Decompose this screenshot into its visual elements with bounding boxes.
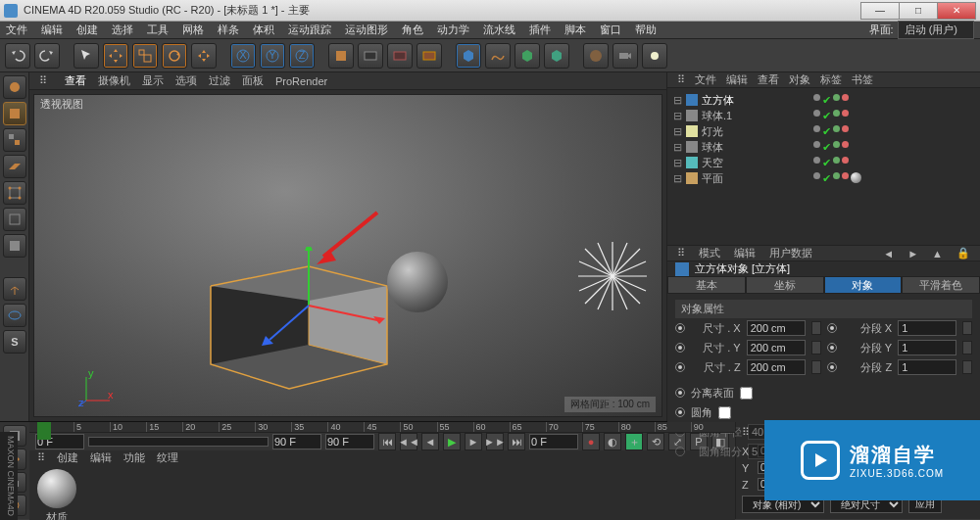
vtab-camera[interactable]: 摄像机 — [98, 73, 130, 88]
generator-button[interactable] — [514, 43, 540, 69]
prev-frame-button[interactable]: ◄ — [421, 433, 439, 450]
render-settings-button[interactable] — [416, 43, 442, 69]
size-z-field[interactable] — [747, 359, 806, 375]
menu-script[interactable]: 脚本 — [564, 23, 586, 37]
subtab-coord[interactable]: 坐标 — [746, 276, 824, 294]
playhead[interactable] — [37, 422, 51, 440]
vtab-panel[interactable]: 面板 — [242, 73, 264, 88]
subtab-phong[interactable]: 平滑着色(Phong) — [902, 276, 980, 294]
axis-x-lock[interactable]: X — [230, 43, 256, 69]
menu-file[interactable]: 文件 — [6, 23, 27, 37]
menu-dynamics[interactable]: 动力学 — [437, 23, 469, 37]
workplane-button[interactable] — [3, 155, 26, 178]
grip-icon[interactable]: ⠿ — [677, 247, 685, 260]
om-bookmarks[interactable]: 书签 — [852, 72, 873, 87]
goto-start-button[interactable]: ⏮ — [378, 433, 396, 450]
material-area[interactable]: 材质 — [29, 465, 735, 520]
tree-row[interactable]: ⊟球体✔ — [673, 139, 974, 155]
key-rot-button[interactable]: ⟲ — [647, 433, 664, 450]
mat-func[interactable]: 功能 — [123, 450, 145, 465]
vtab-prorender[interactable]: ProRender — [275, 75, 327, 87]
seg-z-field[interactable] — [898, 359, 956, 375]
deformer-button[interactable] — [544, 43, 569, 69]
menu-mesh[interactable]: 网格 — [182, 23, 204, 37]
nav-fwd-icon[interactable]: ► — [907, 248, 918, 260]
panel-grip-icon[interactable]: ⠿ — [39, 74, 53, 88]
tree-row[interactable]: ⊟平面✔ — [673, 170, 974, 186]
am-edit[interactable]: 编辑 — [734, 246, 756, 260]
menu-help[interactable]: 帮助 — [635, 23, 657, 37]
scale-tool[interactable] — [132, 43, 158, 69]
tree-row[interactable]: ⊟立方体✔ — [673, 92, 974, 108]
size-x-field[interactable] — [747, 320, 806, 336]
seg-y-field[interactable] — [898, 340, 956, 355]
menu-tracking[interactable]: 运动跟踪 — [288, 23, 331, 37]
select-tool[interactable] — [74, 43, 99, 69]
point-mode-button[interactable] — [3, 181, 26, 205]
separate-checkbox[interactable] — [740, 387, 753, 400]
mat-create[interactable]: 创建 — [57, 450, 78, 465]
light-button[interactable] — [642, 43, 667, 69]
rotate-tool[interactable] — [162, 43, 187, 69]
minimize-button[interactable]: — — [860, 2, 900, 20]
snap-toggle-button[interactable]: S — [3, 330, 26, 354]
menu-select[interactable]: 选择 — [112, 23, 133, 37]
nav-back-icon[interactable]: ◄ — [883, 248, 894, 260]
maximize-button[interactable]: □ — [899, 2, 938, 20]
size-y-field[interactable] — [747, 340, 806, 355]
object-tree[interactable]: ⊟立方体✔⊟球体.1✔⊟灯光✔⊟球体✔⊟天空✔⊟平面✔ — [667, 88, 980, 245]
next-key-button[interactable]: ►► — [486, 433, 504, 450]
radio-icon[interactable] — [675, 323, 685, 333]
cube-primitive[interactable] — [456, 43, 481, 69]
environment-button[interactable] — [583, 43, 609, 69]
seg-x-field[interactable] — [898, 320, 956, 336]
total-frames-field[interactable] — [325, 434, 374, 449]
model-mode-button[interactable] — [3, 102, 26, 125]
range-slider[interactable] — [88, 437, 269, 447]
menu-tools[interactable]: 工具 — [147, 23, 169, 37]
subtab-object[interactable]: 对象 — [824, 276, 903, 294]
mat-texture[interactable]: 纹理 — [157, 450, 178, 465]
om-view[interactable]: 查看 — [758, 72, 779, 87]
next-frame-button[interactable]: ► — [465, 433, 482, 450]
make-editable-button[interactable] — [3, 75, 26, 99]
axis-z-lock[interactable]: Z — [289, 43, 315, 69]
om-edit[interactable]: 编辑 — [726, 72, 748, 87]
menu-volume[interactable]: 体积 — [253, 23, 274, 37]
record-button[interactable]: ● — [582, 433, 600, 450]
move-tool[interactable] — [103, 43, 128, 69]
texture-mode-button[interactable] — [3, 128, 26, 152]
fillet-checkbox[interactable] — [718, 406, 731, 419]
play-button[interactable]: ▶ — [443, 433, 461, 450]
menu-plugins[interactable]: 插件 — [529, 23, 551, 37]
menu-mograph[interactable]: 运动图形 — [345, 23, 388, 37]
am-userdata[interactable]: 用户数据 — [769, 246, 812, 260]
menu-pipeline[interactable]: 流水线 — [483, 23, 515, 37]
viewport[interactable]: 透视视图 — [33, 94, 662, 417]
camera-button[interactable] — [612, 43, 638, 69]
layout-dropdown[interactable]: 启动 (用户) — [898, 21, 974, 39]
nav-up-icon[interactable]: ▲ — [932, 248, 943, 260]
om-tags[interactable]: 标签 — [820, 72, 842, 87]
material-preview[interactable] — [37, 469, 76, 508]
vtab-view[interactable]: 查看 — [65, 73, 86, 88]
spline-primitive[interactable] — [485, 43, 511, 69]
vtab-options[interactable]: 选项 — [175, 73, 197, 88]
polygon-mode-button[interactable] — [3, 234, 26, 258]
menu-create[interactable]: 创建 — [76, 23, 98, 37]
mat-edit[interactable]: 编辑 — [90, 450, 112, 465]
menu-edit[interactable]: 编辑 — [41, 23, 63, 37]
coord-system-button[interactable] — [328, 43, 354, 69]
vtab-display[interactable]: 显示 — [142, 73, 164, 88]
menu-spline[interactable]: 样条 — [218, 23, 239, 37]
redo-button[interactable] — [34, 43, 60, 69]
axis-y-lock[interactable]: Y — [260, 43, 285, 69]
spinner-icon[interactable] — [811, 321, 821, 335]
key-pos-button[interactable]: ＋ — [625, 433, 643, 450]
timeline-ruler[interactable]: 051015202530354045505560657075808590 — [29, 422, 735, 433]
menu-window[interactable]: 窗口 — [600, 23, 621, 37]
close-button[interactable]: ✕ — [937, 2, 976, 20]
autokey-button[interactable]: ◐ — [604, 433, 621, 450]
grip-icon[interactable]: ⠿ — [677, 73, 685, 86]
recent-tool[interactable] — [191, 43, 217, 69]
